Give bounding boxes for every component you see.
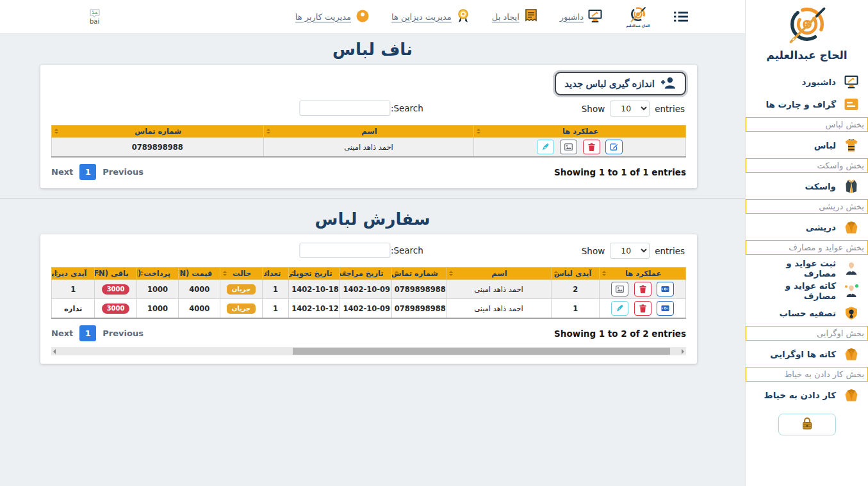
- sidebar-item-income-expense-book[interactable]: کاته عواید و مصارف: [746, 279, 868, 302]
- section-divider: [0, 198, 745, 198]
- person-icon: [844, 261, 859, 275]
- sidebar-item-dreshi[interactable]: دریشی: [746, 216, 868, 238]
- navbar-brand[interactable]: الحاج عبدالعلیم: [624, 6, 652, 28]
- scroll-left-arrow[interactable]: [53, 349, 56, 354]
- sidebar-item-ograyi-books[interactable]: کاته ها اوگرایی: [746, 343, 868, 365]
- sidebar-item-dashboard[interactable]: داشبورد: [746, 70, 868, 93]
- pagination-page-1[interactable]: 1: [79, 325, 96, 341]
- horizontal-scrollbar[interactable]: [51, 347, 686, 355]
- edit-icon: [610, 143, 618, 151]
- sidebar-item-graphs-charts[interactable]: گراف و چارت ها: [746, 93, 868, 115]
- delete-button[interactable]: [583, 140, 600, 154]
- table-controls: Show 10 entries :Search: [51, 243, 686, 261]
- cell-remaining: 3000: [95, 299, 136, 319]
- column-header-delivery-date[interactable]: تاریخ تحویلی: [289, 268, 340, 280]
- cell-count: 1: [262, 299, 289, 319]
- nav-link-label: داشبور: [560, 12, 584, 22]
- cell-phone: 0789898988: [391, 280, 446, 299]
- search-label: :Search: [391, 103, 423, 113]
- sidebar-item-clothes[interactable]: لباس: [746, 134, 868, 156]
- scrollbar-thumb[interactable]: [293, 348, 671, 355]
- table-info: Showing 1 to 2 of 2 entries: [554, 328, 686, 339]
- column-header-actions[interactable]: عملکرد ها: [474, 126, 686, 138]
- show-label: Show: [582, 104, 605, 114]
- nav-link-manage-designs[interactable]: مدیریت دیزاین ها: [391, 8, 471, 26]
- column-header-actions[interactable]: عملکرد ها: [600, 268, 686, 280]
- remaining-badge: 3000: [102, 284, 130, 295]
- show-label: Show: [582, 246, 605, 256]
- delete-button[interactable]: [634, 301, 651, 316]
- pagination-next[interactable]: Next: [51, 167, 73, 177]
- medal-icon: [455, 8, 471, 26]
- cell-status: جریان: [220, 280, 262, 299]
- column-header-phone[interactable]: شماره تماس: [391, 268, 446, 280]
- monitor-icon: [587, 8, 603, 26]
- navbar-brand-label: الحاج عبدالعلیم: [626, 24, 650, 28]
- column-header-remaining[interactable]: باقی (AFN): [95, 268, 136, 280]
- table-row: 2 احمد ذاهد امینی 0789898988 1402-10-09 …: [52, 280, 686, 299]
- sidebar-item-label: واسکت: [805, 181, 836, 191]
- cell-actions: [474, 138, 686, 158]
- cell-name: احمد ذاهد امینی: [263, 138, 474, 158]
- sidebar-item-tailor-work[interactable]: کار دادن به خیاط: [746, 384, 868, 406]
- orders-table: عملکرد ها آیدی لباس اسم شماره تماس تاریخ…: [51, 267, 686, 319]
- column-header-name[interactable]: اسم: [446, 268, 551, 280]
- new-measurement-button[interactable]: اندازه گیری لباس جدید: [555, 72, 686, 95]
- image-button[interactable]: [611, 282, 628, 296]
- trash-icon: [587, 143, 596, 151]
- sidebar: الحاج عبدالعلیم داشبورد گراف و چارت ها ب…: [745, 0, 868, 486]
- nav-link-manage-users[interactable]: مدیریت کاربر ها: [295, 8, 370, 26]
- search-input[interactable]: [299, 243, 390, 258]
- sidebar-item-vest[interactable]: واسکت: [746, 175, 868, 197]
- new-measurement-label: اندازه گیری لباس جدید: [564, 78, 655, 90]
- edit-button[interactable]: [605, 140, 623, 154]
- scroll-right-arrow[interactable]: [682, 349, 684, 354]
- pagination-page-1[interactable]: 1: [79, 164, 96, 180]
- table-info: Showing 1 to 1 of 1 entries: [554, 167, 686, 177]
- remaining-badge: 3000: [102, 304, 130, 314]
- lock-button[interactable]: [778, 414, 836, 435]
- column-header-design-id[interactable]: آیدی دیزاین: [52, 268, 95, 280]
- measure-section-title: ناف لباس: [0, 40, 745, 59]
- pen-icon: [616, 304, 624, 312]
- image-icon: [616, 285, 624, 293]
- pagination: Next 1 Previous: [51, 325, 143, 341]
- circle-badge-icon: [355, 8, 370, 26]
- sidebar-item-label: گراف و چارت ها: [766, 99, 836, 109]
- table-header-row: عملکرد ها آیدی لباس اسم شماره تماس تاریخ…: [52, 268, 686, 280]
- image-button[interactable]: [560, 140, 577, 154]
- column-header-price[interactable]: قیمت (AFN): [179, 268, 220, 280]
- money-button[interactable]: [657, 282, 674, 296]
- nav-link-dashboard[interactable]: داشبور: [560, 8, 603, 26]
- money-icon: [661, 285, 669, 293]
- sidebar-item-label: کار دادن به خیاط: [764, 390, 836, 400]
- column-header-count[interactable]: تعداد: [262, 268, 289, 280]
- image-icon: [564, 143, 573, 151]
- column-header-name[interactable]: اسم: [263, 126, 474, 138]
- menu-toggle-button[interactable]: [673, 10, 689, 23]
- pagination-previous[interactable]: Previous: [102, 167, 143, 177]
- page-size-select[interactable]: 10: [610, 243, 650, 259]
- nav-link-create-bill[interactable]: ایجاد بل: [492, 8, 539, 26]
- search-input[interactable]: [299, 101, 390, 116]
- pagination-next[interactable]: Next: [51, 328, 73, 338]
- pagination-previous[interactable]: Previous: [102, 328, 143, 338]
- money-button[interactable]: [657, 301, 674, 316]
- sidebar-item-settlement[interactable]: تصفیه حساب: [746, 302, 868, 324]
- sidebar-section-tailor-work: بخش کار دادن به خیاط: [746, 367, 868, 382]
- delete-button[interactable]: [634, 282, 651, 296]
- main-area: الحاج عبدالعلیم داشبور ایجاد بل مدیریت د…: [0, 0, 745, 486]
- search-control: :Search: [299, 101, 423, 116]
- pen-button[interactable]: [611, 301, 628, 316]
- page-size-select[interactable]: 10: [610, 101, 650, 117]
- pen-button[interactable]: [537, 140, 554, 154]
- cell-status: جریان: [220, 299, 262, 319]
- nav-link-label: مدیریت کاربر ها: [295, 12, 351, 22]
- column-header-clothes-id[interactable]: آیدی لباس: [552, 268, 600, 280]
- sidebar-item-register-income-expense[interactable]: ثبت عواید و مصارف: [746, 257, 868, 279]
- sidebar-section-clothes: بخش لباس: [746, 117, 868, 132]
- column-header-visit-date[interactable]: تاریخ مراجعه: [340, 268, 391, 280]
- column-header-phone[interactable]: شماره تماس: [52, 126, 264, 138]
- column-header-paid[interactable]: پرداخت (AFN): [136, 268, 178, 280]
- column-header-status[interactable]: حالت: [220, 268, 262, 280]
